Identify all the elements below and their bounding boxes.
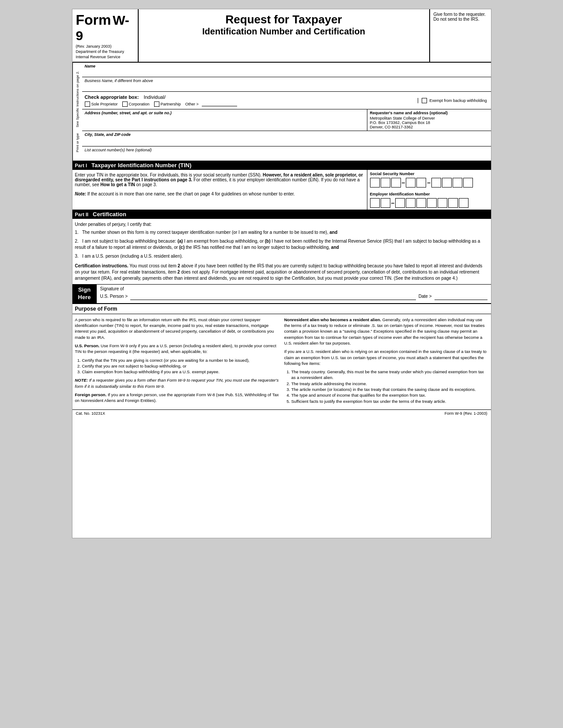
- ssn-cell-3[interactable]: [391, 178, 401, 188]
- sign-label1: Sign: [78, 286, 91, 294]
- form-label: Form: [76, 12, 111, 28]
- city-state-input[interactable]: [85, 138, 488, 145]
- part2-label: Part II: [75, 212, 89, 217]
- ssn-boxes: – –: [370, 178, 488, 188]
- account-numbers-row: List account number(s) here (optional): [82, 146, 491, 161]
- requester-name: Metropolitan State College of Denver: [370, 116, 488, 120]
- name-input[interactable]: [85, 68, 488, 75]
- requester-title: Requester's name and address (optional): [370, 111, 488, 115]
- us-person-line: U.S. Person > Date >: [100, 292, 487, 300]
- cert-c: (c): [179, 245, 185, 250]
- cert-item2: 2. I am not subject to backup withholdin…: [75, 238, 488, 251]
- nr-list-item-2: The treaty article addressing the income…: [291, 381, 488, 387]
- form-title-section: Request for Taxpayer Identification Numb…: [139, 9, 429, 62]
- requester-addr2: Denver, CO 80217-3362: [370, 125, 488, 129]
- ein-cell-2[interactable]: [381, 198, 390, 208]
- requester-addr1: P.O. Box 173362, Campus Box 18: [370, 120, 488, 125]
- check-row-left: Check appropriate box: Individual/ Sole …: [85, 94, 418, 107]
- nr-list-item-4: The type and amount of income that quali…: [291, 392, 488, 398]
- check-box-label: Check appropriate box:: [85, 94, 139, 100]
- ein-cell-5[interactable]: [416, 198, 426, 208]
- form-number-section: Form W-9 (Rev. January 2003) Department …: [72, 9, 139, 62]
- tin-instruction-text: Enter your TIN in the appropriate box. F…: [75, 173, 364, 187]
- city-state-label: City, State, and ZIP code: [85, 132, 488, 137]
- cert-item1: 1. The number shown on this form is my c…: [75, 229, 488, 236]
- account-label: List account number(s) here (optional): [85, 148, 488, 152]
- nr-list-item-5: Sufficient facts to justify the exemptio…: [291, 398, 488, 404]
- date-input[interactable]: [435, 292, 487, 300]
- account-input[interactable]: [85, 152, 488, 159]
- nr-alien-para: Nonresident alien who becomes a resident…: [284, 317, 488, 346]
- purpose-list-item-1: Certify that the TIN you are giving is c…: [82, 357, 279, 363]
- ssn-cell-2[interactable]: [381, 178, 390, 188]
- ein-boxes: –: [370, 198, 488, 208]
- note-label: Note:: [75, 191, 87, 196]
- purpose-us-person: U.S. Person. Use Form W-9 only if you ar…: [75, 343, 279, 355]
- purpose-note: NOTE: If a requester gives you a form ot…: [75, 377, 279, 389]
- tin-instructions: Enter your TIN in the appropriate box. F…: [72, 170, 367, 210]
- part1-header: Part I Taxpayer Identification Number (T…: [72, 161, 491, 170]
- sole-proprietor-checkbox[interactable]: [85, 101, 90, 107]
- nr-title: Nonresident alien who becomes a resident…: [284, 317, 382, 322]
- business-name-row: Business Name, if different from above: [82, 77, 491, 92]
- nr-list-item-1: The treaty country. Generally, this must…: [291, 369, 488, 381]
- part2-title: Certification: [93, 211, 126, 218]
- cert-b: (b): [265, 239, 271, 244]
- partnership-checkbox[interactable]: [154, 101, 159, 107]
- us-person-label: U.S. Person >: [100, 294, 128, 299]
- ssn-cell-4[interactable]: [406, 178, 416, 188]
- name-row: Name: [82, 63, 491, 77]
- dept2: Internal Revenue Service: [76, 55, 134, 59]
- cert-and-2: and: [331, 245, 339, 250]
- part1-label: Part I: [75, 163, 87, 168]
- requester-section: Requester's name and address (optional) …: [367, 109, 491, 131]
- ssn-cell-7[interactable]: [442, 178, 452, 188]
- signature-input[interactable]: [130, 292, 416, 300]
- cert-instructions-title: Certification instructions.: [75, 263, 128, 268]
- address-left: Address (number, street, and apt. or sui…: [82, 109, 367, 131]
- business-name-input[interactable]: [85, 83, 488, 90]
- check-box-row: Check appropriate box: Individual/ Sole …: [82, 92, 491, 109]
- ssn-cell-6[interactable]: [431, 178, 441, 188]
- partnership-check: Partnership: [154, 101, 181, 107]
- certification-section: Under penalties of perjury, I certify th…: [72, 219, 491, 285]
- business-name-label: Business Name, if different from above: [85, 79, 488, 83]
- ssn-cell-1[interactable]: [370, 178, 380, 188]
- address-input[interactable]: [85, 116, 364, 123]
- ssn-cell-8[interactable]: [453, 178, 462, 188]
- exempt-backup-checkbox[interactable]: [422, 98, 427, 103]
- ein-cell-6[interactable]: [427, 198, 437, 208]
- ein-cell-3[interactable]: [395, 198, 405, 208]
- ein-cell-8[interactable]: [448, 198, 458, 208]
- nr-para2: If you are a U.S. resident alien who is …: [284, 349, 488, 366]
- purpose-para1: A person who is required to file an info…: [75, 317, 279, 340]
- ssn-cell-9[interactable]: [463, 178, 473, 188]
- signature-line: Signature of: [100, 286, 487, 291]
- cert-instructions: Certification instructions. You must cro…: [75, 263, 488, 281]
- part1-title: Taxpayer Identification Number (TIN): [91, 162, 192, 169]
- other-label: Other >: [185, 102, 199, 106]
- corporation-checkbox[interactable]: [122, 101, 128, 107]
- form-header: Form W-9 (Rev. January 2003) Department …: [72, 9, 491, 63]
- ein-cell-7[interactable]: [438, 198, 447, 208]
- exempt-backup-label: Exempt from backup withholding: [430, 98, 487, 103]
- ein-cell-1[interactable]: [370, 198, 380, 208]
- sign-label2: Here: [78, 294, 91, 301]
- foreign-person-para: Foreign person. If you are a foreign per…: [75, 392, 279, 404]
- form-w9: Form W-9 (Rev. January 2003) Department …: [72, 9, 491, 538]
- how-to-get-tin: How to get a TIN: [100, 182, 135, 187]
- form-ref: Form W-9 (Rev. 1-2003): [445, 411, 487, 416]
- purpose-list: Certify that the TIN you are giving is c…: [82, 357, 279, 375]
- sign-here-section: Sign Here Signature of U.S. Person > Dat…: [72, 285, 491, 304]
- sign-fields: Signature of U.S. Person > Date >: [97, 285, 491, 303]
- under-penalties: Under penalties of perjury, I certify th…: [75, 221, 488, 228]
- form-title-line1: Request for Taxpayer: [142, 13, 426, 26]
- address-label: Address (number, street, and apt. or sui…: [85, 111, 364, 115]
- purpose-list-item-3: Claim exemption from backup withholding …: [82, 369, 279, 375]
- ein-cell-4[interactable]: [406, 198, 416, 208]
- name-label: Name: [85, 64, 488, 68]
- check-boxes-container: Sole Proprietor Corporation Partnership …: [85, 101, 418, 107]
- note-label-purpose: NOTE:: [75, 378, 88, 383]
- ein-cell-9[interactable]: [459, 198, 469, 208]
- ssn-cell-5[interactable]: [416, 178, 426, 188]
